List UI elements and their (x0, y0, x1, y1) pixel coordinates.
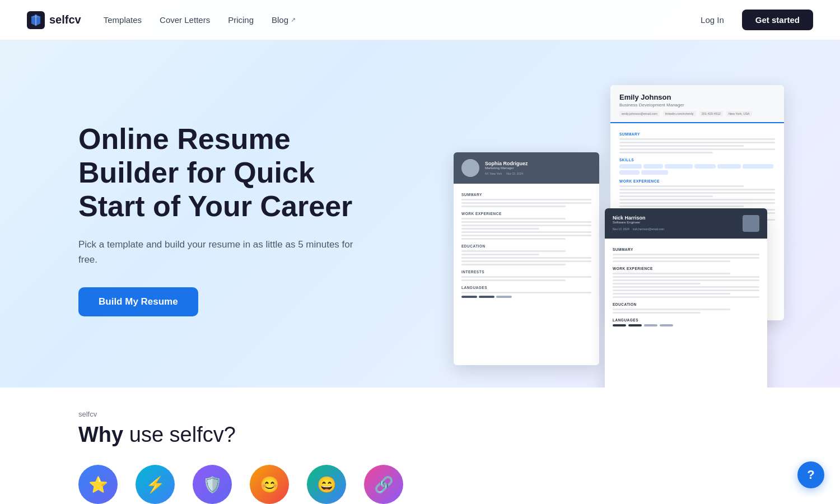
help-button[interactable]: ? (797, 461, 824, 488)
brand-name: selfcv (49, 13, 81, 26)
why-icon-2: ⚡ (136, 465, 175, 504)
smiley-icon: 😄 (317, 475, 337, 494)
why-icon-6: 🔗 (364, 465, 403, 504)
person-icon: 😊 (260, 475, 279, 494)
resume-preview-nick: Nick Harrison Software Engineer Nov 13, … (605, 208, 767, 388)
resume-preview-sophia: Sophia Rodriguez Marketing Manager NY, N… (454, 152, 599, 365)
nick-name: Nick Harrison (613, 215, 664, 221)
external-link-icon: ↗ (291, 16, 296, 24)
nick-role: Software Engineer (613, 221, 664, 224)
sophia-role: Marketing Manager (485, 166, 528, 170)
why-icon-4: 😊 (250, 465, 289, 504)
get-started-button[interactable]: Get started (742, 10, 813, 30)
logo[interactable]: selfcv (27, 11, 81, 29)
why-brand-label: selfcv (78, 410, 762, 418)
nav-item-templates[interactable]: Templates (104, 15, 142, 25)
login-button[interactable]: Log In (692, 11, 733, 29)
build-resume-button[interactable]: Build My Resume (78, 287, 198, 316)
nav-item-blog[interactable]: Blog ↗ (272, 15, 296, 25)
hero-visuals: Emily Johnson Business Development Manag… (448, 74, 795, 365)
nav-item-pricing[interactable]: Pricing (228, 15, 254, 25)
why-icons-row: ⭐ ⚡ 🛡️ 😊 😄 🔗 (78, 465, 762, 504)
hero-subtitle: Pick a template and build your resume in… (78, 237, 370, 267)
navbar-right: Log In Get started (692, 10, 813, 30)
navbar-left: selfcv Templates Cover Letters Pricing B… (27, 11, 296, 29)
shield-icon: 🛡️ (203, 475, 222, 494)
sophia-avatar (461, 159, 479, 177)
lightning-icon: ⚡ (146, 475, 165, 494)
why-icon-1: ⭐ (78, 465, 118, 504)
nav-item-cover-letters[interactable]: Cover Letters (160, 15, 210, 25)
emily-role: Business Development Manager (619, 102, 775, 108)
nav-links: Templates Cover Letters Pricing Blog ↗ (104, 15, 296, 25)
hero-content: Online Resume Builder for Quick Start of… (78, 123, 370, 316)
share-icon: 🔗 (374, 475, 394, 494)
logo-icon (27, 11, 45, 29)
why-section: selfcv Why use selfcv? ⭐ ⚡ 🛡️ 😊 � (0, 388, 840, 504)
emily-name: Emily Johnson (619, 93, 775, 101)
navbar: selfcv Templates Cover Letters Pricing B… (0, 0, 840, 40)
why-icon-5: 😄 (307, 465, 346, 504)
why-icon-3: 🛡️ (193, 465, 232, 504)
why-title: Why use selfcv? (78, 423, 762, 447)
hero-section: Online Resume Builder for Quick Start of… (0, 40, 840, 388)
sophia-name: Sophia Rodriguez (485, 161, 528, 166)
star-icon: ⭐ (88, 475, 108, 494)
hero-title: Online Resume Builder for Quick Start of… (78, 123, 370, 223)
nick-avatar (743, 215, 759, 232)
